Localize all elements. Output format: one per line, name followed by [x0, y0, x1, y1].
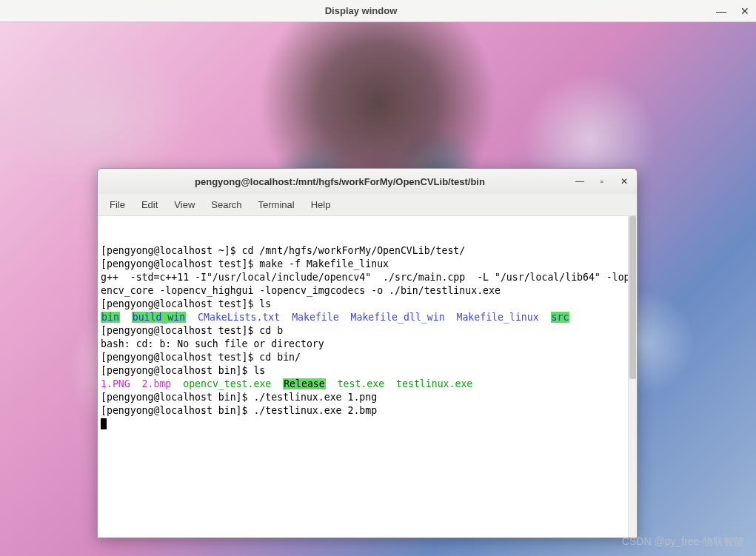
ls-entry: 2.bmp	[142, 378, 172, 389]
ls-entry: opencv_test.exe	[183, 378, 271, 389]
menu-help[interactable]: Help	[304, 197, 338, 212]
ls-entry: 1.PNG	[101, 378, 130, 389]
menu-file[interactable]: File	[102, 197, 133, 212]
ls-entry: Makefile_linux	[456, 312, 538, 323]
terminal-body[interactable]: [pengyong@localhost ~]$ cd /mnt/hgfs/wor…	[98, 216, 637, 537]
terminal-minimize-icon[interactable]: —	[575, 176, 585, 187]
terminal-line: bash: cd: b: No such file or directory	[101, 338, 634, 351]
menu-search[interactable]: Search	[204, 197, 249, 212]
menu-view[interactable]: View	[167, 197, 202, 212]
outer-window-titlebar: Display window — ✕	[0, 0, 756, 22]
terminal-line: [pengyong@localhost bin]$ ls	[101, 364, 634, 378]
terminal-line: [pengyong@localhost test]$ cd bin/	[101, 351, 634, 364]
terminal-line: bin build_win CMakeLists.txt Makefile Ma…	[101, 311, 634, 324]
close-icon[interactable]: ✕	[740, 5, 750, 17]
ls-entry: testlinux.exe	[396, 378, 472, 389]
ls-entry: src	[551, 312, 570, 323]
outer-window-title: Display window	[6, 5, 716, 16]
ls-entry: Release	[283, 378, 326, 389]
ls-entry: bin	[101, 312, 120, 323]
terminal-window-controls: — ▫ ✕	[575, 176, 629, 187]
ls-entry: CMakeLists.txt	[198, 312, 280, 323]
terminal-cursor-line	[101, 418, 634, 431]
minimize-icon[interactable]: —	[716, 5, 726, 17]
menu-terminal[interactable]: Terminal	[251, 197, 302, 212]
ls-entry: Makefile	[292, 312, 339, 323]
terminal-scrollthumb[interactable]	[629, 216, 636, 379]
outer-window-controls: — ✕	[716, 5, 750, 17]
terminal-title: pengyong@localhost:/mnt/hgfs/workForMy/O…	[105, 176, 575, 187]
terminal-line: 1.PNG 2.bmp opencv_test.exe Release test…	[101, 378, 634, 391]
ls-entry: test.exe	[338, 378, 385, 389]
terminal-line: [pengyong@localhost ~]$ cd /mnt/hgfs/wor…	[101, 244, 634, 258]
terminal-line: [pengyong@localhost test]$ cd b	[101, 324, 634, 338]
menu-edit[interactable]: Edit	[134, 197, 165, 212]
terminal-titlebar: pengyong@localhost:/mnt/hgfs/workForMy/O…	[98, 169, 637, 194]
terminal-window: pengyong@localhost:/mnt/hgfs/workForMy/O…	[97, 168, 638, 538]
terminal-maximize-icon[interactable]: ▫	[597, 176, 607, 187]
terminal-line: [pengyong@localhost test]$ ls	[101, 298, 634, 311]
terminal-line: [pengyong@localhost bin]$ ./testlinux.ex…	[101, 391, 634, 404]
terminal-close-icon[interactable]: ✕	[619, 176, 629, 187]
terminal-line: [pengyong@localhost test]$ make -f Makef…	[101, 258, 634, 271]
ls-entry: Makefile_dll_win	[351, 312, 445, 323]
ls-entry: build_win	[132, 312, 186, 323]
terminal-cursor	[101, 418, 107, 429]
terminal-line: [pengyong@localhost bin]$ ./testlinux.ex…	[101, 404, 634, 418]
terminal-line: g++ -std=c++11 -I"/usr/local/include/ope…	[101, 271, 634, 298]
terminal-menubar: File Edit View Search Terminal Help	[98, 194, 637, 216]
terminal-scrollbar[interactable]	[628, 216, 637, 537]
